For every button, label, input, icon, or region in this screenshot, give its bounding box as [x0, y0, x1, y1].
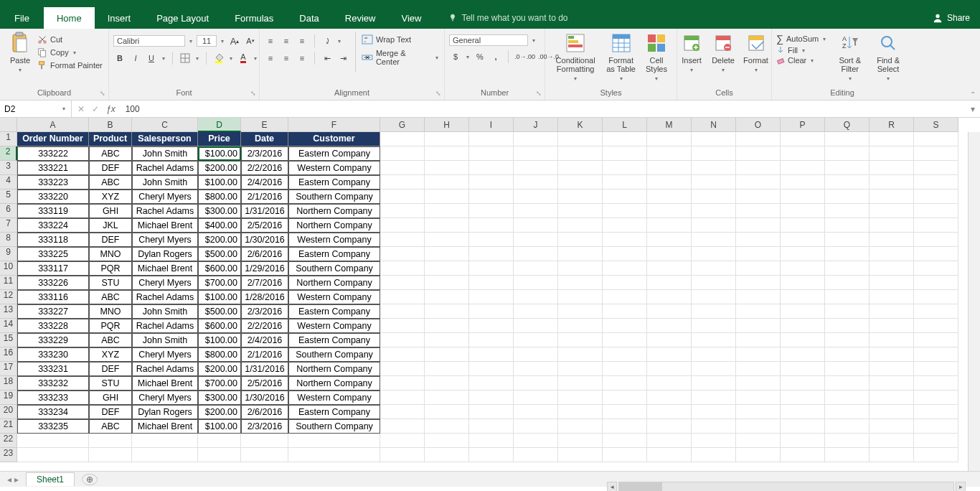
cell[interactable]	[736, 419, 781, 434]
column-header[interactable]: E	[241, 118, 288, 132]
cell[interactable]	[781, 347, 825, 362]
cell[interactable]: Eastern Company	[288, 146, 380, 161]
cell[interactable]	[380, 146, 425, 161]
clear-button[interactable]: Clear▾	[776, 56, 827, 65]
tab-data[interactable]: Data	[286, 7, 331, 29]
cell[interactable]	[781, 434, 825, 448]
cell[interactable]	[469, 175, 514, 190]
cell[interactable]	[17, 434, 89, 448]
cell[interactable]	[781, 233, 825, 247]
cell[interactable]	[736, 333, 781, 347]
cell[interactable]: DEF	[89, 362, 132, 376]
fill-color-button[interactable]	[212, 52, 225, 65]
cell[interactable]	[825, 132, 870, 146]
cell[interactable]: $100.00	[198, 146, 241, 161]
cell[interactable]	[870, 261, 914, 276]
cell[interactable]	[469, 261, 514, 276]
cell[interactable]	[603, 319, 647, 333]
cell[interactable]	[781, 333, 825, 347]
cell[interactable]	[603, 290, 647, 304]
border-button[interactable]	[179, 52, 192, 65]
cell[interactable]	[514, 218, 558, 233]
cell[interactable]	[647, 218, 692, 233]
paste-dropdown-icon[interactable]: ▾	[17, 66, 23, 75]
cell[interactable]	[825, 146, 870, 161]
cell[interactable]	[736, 434, 781, 448]
cell[interactable]: 2/3/2016	[241, 419, 288, 434]
column-header[interactable]: R	[870, 118, 914, 132]
cell[interactable]	[603, 161, 647, 175]
vertical-scrollbar[interactable]	[968, 132, 980, 471]
chevron-down-icon[interactable]: ▾	[336, 38, 342, 45]
cell[interactable]	[469, 276, 514, 290]
cell[interactable]: $400.00	[198, 218, 241, 233]
cut-button[interactable]: Cut	[37, 34, 103, 45]
chevron-down-icon[interactable]: ▾	[847, 75, 853, 83]
cell[interactable]	[647, 376, 692, 391]
increase-indent-button[interactable]: ⇥	[336, 52, 349, 65]
cell[interactable]	[736, 161, 781, 175]
cell[interactable]	[825, 376, 870, 391]
tab-page-layout[interactable]: Page Layout	[143, 7, 222, 29]
row-header[interactable]: 21	[0, 419, 17, 434]
cell[interactable]	[603, 362, 647, 376]
cell[interactable]	[514, 434, 558, 448]
column-header[interactable]: M	[647, 118, 692, 132]
cell[interactable]: $500.00	[198, 304, 241, 319]
chevron-down-icon[interactable]: ▾	[801, 47, 806, 54]
cell[interactable]	[558, 204, 603, 218]
copy-button[interactable]: Copy ▾	[37, 47, 103, 57]
cell[interactable]: Rachel Adams	[132, 319, 198, 333]
cell[interactable]	[914, 362, 958, 376]
column-header[interactable]: N	[692, 118, 736, 132]
cell[interactable]: Western Company	[288, 319, 380, 333]
cell[interactable]: 1/28/2016	[241, 290, 288, 304]
cell[interactable]	[825, 319, 870, 333]
row-header[interactable]: 18	[0, 376, 17, 391]
underline-button[interactable]: U	[145, 52, 158, 65]
cell[interactable]	[825, 218, 870, 233]
cell[interactable]	[469, 146, 514, 161]
cell[interactable]	[736, 190, 781, 204]
cell[interactable]	[17, 448, 89, 462]
cell[interactable]: 2/6/2016	[241, 247, 288, 261]
cell[interactable]: DEF	[89, 161, 132, 175]
tab-view[interactable]: View	[388, 7, 434, 29]
cell[interactable]: $100.00	[198, 419, 241, 434]
cell[interactable]	[558, 190, 603, 204]
cell[interactable]	[825, 347, 870, 362]
number-format-select[interactable]: General	[449, 34, 528, 46]
cell[interactable]: Southern Company	[288, 190, 380, 204]
cell[interactable]	[380, 276, 425, 290]
row-header[interactable]: 14	[0, 319, 17, 333]
cell[interactable]: $500.00	[198, 247, 241, 261]
cell[interactable]: Western Company	[288, 233, 380, 247]
cell[interactable]	[825, 247, 870, 261]
formula-input[interactable]: 100	[121, 100, 966, 117]
cell[interactable]	[647, 132, 692, 146]
chevron-down-icon[interactable]: ▾	[161, 55, 166, 62]
wrap-text-button[interactable]: abc Wrap Text	[362, 34, 440, 45]
cell[interactable]	[603, 146, 647, 161]
column-header[interactable]: I	[469, 118, 514, 132]
cell[interactable]	[692, 204, 736, 218]
cell[interactable]: Price	[198, 132, 241, 146]
cell[interactable]	[425, 448, 469, 462]
cell[interactable]	[825, 405, 870, 419]
cell[interactable]: $100.00	[198, 333, 241, 347]
scroll-left-icon[interactable]: ◂	[607, 482, 617, 492]
cell[interactable]: Southern Company	[288, 261, 380, 276]
cell[interactable]: XYZ	[89, 190, 132, 204]
cell[interactable]	[781, 276, 825, 290]
cell[interactable]: 333220	[17, 190, 89, 204]
cell[interactable]	[558, 175, 603, 190]
cell[interactable]	[692, 290, 736, 304]
cell[interactable]	[380, 247, 425, 261]
cell[interactable]	[603, 276, 647, 290]
cell[interactable]	[469, 434, 514, 448]
cell[interactable]	[425, 190, 469, 204]
cell[interactable]: 1/31/2016	[241, 362, 288, 376]
cell[interactable]: Cheryl Myers	[132, 347, 198, 362]
cell[interactable]	[870, 175, 914, 190]
cell[interactable]	[380, 175, 425, 190]
